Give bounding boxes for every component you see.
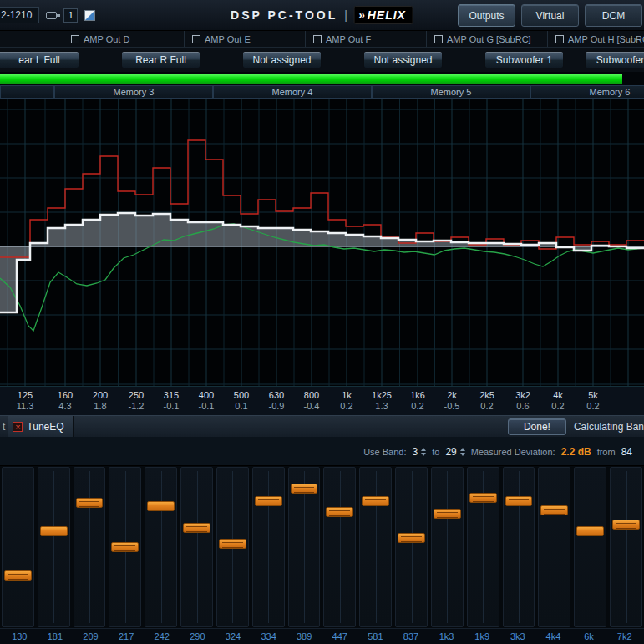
- amp-out-h-tab[interactable]: AMP Out H [SubRC]: [547, 31, 644, 47]
- top-bar: 2-1210 1 DSP PC-TOOL | »HELIX Outputs Vi…: [0, 0, 644, 31]
- channel-assign-button-subwoofer-1[interactable]: Subwoofer 1: [484, 51, 564, 68]
- amp-out-e-label: AMP Out E: [205, 34, 251, 44]
- memory-tab-6[interactable]: Memory 6: [530, 85, 644, 99]
- tune-controls: Use Band: 3 to 29 Measured Deviation: 2.…: [363, 437, 632, 466]
- amp-out-e-checkbox[interactable]: [192, 35, 200, 43]
- memory-tab-5[interactable]: Memory 5: [372, 85, 530, 99]
- gain-readout-value: 0.2: [410, 401, 425, 411]
- amp-out-e-tab[interactable]: AMP Out E: [184, 31, 305, 47]
- channel-assign-button-subwoofer-2[interactable]: Subwoofer 1: [585, 51, 644, 68]
- eq-slider-handle[interactable]: [469, 493, 497, 503]
- connection-icon[interactable]: [46, 12, 57, 19]
- eq-band-slider[interactable]: [145, 467, 177, 627]
- eq-band-slider[interactable]: [359, 467, 392, 627]
- eq-slider-handle[interactable]: [326, 507, 353, 517]
- eq-band-slider[interactable]: [431, 467, 464, 627]
- device-number-input[interactable]: 1: [63, 8, 78, 23]
- eq-slider-handle[interactable]: [540, 505, 568, 515]
- memory-tab-4[interactable]: Memory 4: [213, 85, 372, 99]
- eq-band-slider[interactable]: [574, 467, 606, 627]
- eq-slider-handle[interactable]: [219, 539, 246, 549]
- device-id[interactable]: 2-1210: [0, 7, 39, 23]
- dcm-button[interactable]: DCM: [585, 4, 642, 27]
- eq-slider-handle[interactable]: [40, 526, 68, 536]
- band-from-value[interactable]: 3: [413, 446, 418, 458]
- freq-tick: 1k251.3: [372, 390, 392, 411]
- eq-band-slider[interactable]: [216, 467, 249, 627]
- amp-out-h-checkbox[interactable]: [555, 35, 564, 43]
- eq-band-slider[interactable]: [395, 467, 428, 627]
- eq-slider-handle[interactable]: [505, 496, 533, 506]
- amp-out-d-tab[interactable]: AMP Out D: [63, 31, 184, 47]
- gain-readout-value: 1.8: [93, 401, 108, 411]
- eq-slider-handle[interactable]: [255, 496, 282, 506]
- amp-out-f-tab[interactable]: AMP Out F: [305, 31, 426, 47]
- eq-slider-handle[interactable]: [576, 526, 604, 536]
- channel-assign-button-not-assigned-1[interactable]: Not assigned: [242, 51, 322, 68]
- eq-slider-handle[interactable]: [183, 523, 210, 533]
- spinner-down-icon[interactable]: [460, 453, 465, 456]
- close-tab-icon[interactable]: ×: [13, 422, 23, 432]
- partial-tab-label[interactable]: t: [0, 421, 8, 433]
- spinner-down-icon[interactable]: [421, 453, 426, 456]
- eq-band-slider[interactable]: [74, 467, 106, 627]
- eq-slider-handle[interactable]: [612, 520, 640, 530]
- outputs-button[interactable]: Outputs: [458, 4, 515, 27]
- eq-band-slider[interactable]: [2, 467, 34, 627]
- eq-band-slider[interactable]: [538, 467, 570, 627]
- freq-tick: 4k0.2: [551, 390, 564, 411]
- band-to-spinner[interactable]: [460, 448, 465, 456]
- eq-band-slider[interactable]: [610, 467, 642, 627]
- eq-slider-handle[interactable]: [291, 484, 318, 494]
- amp-out-d-checkbox[interactable]: [71, 35, 79, 43]
- gain-readout-value: -0.1: [199, 401, 215, 411]
- level-meter-bar: [0, 74, 622, 84]
- logo-separator: |: [344, 8, 347, 22]
- top-bar-buttons: Outputs Virtual DCM: [458, 0, 642, 31]
- gain-readout-value: 0.2: [586, 401, 599, 411]
- frequency-response-graph[interactable]: [0, 99, 644, 386]
- eq-band-slider[interactable]: [288, 467, 321, 627]
- channel-assign-button-not-assigned-2[interactable]: Not assigned: [363, 51, 443, 68]
- eq-slider-handle[interactable]: [4, 570, 32, 581]
- freq-tick-label: 2k5: [479, 390, 494, 400]
- eq-band-slider[interactable]: [467, 467, 499, 627]
- equalizer-frequency-labels: 1301812092172422903243343894475818371k31…: [0, 628, 644, 644]
- eq-band-slider[interactable]: [323, 467, 356, 627]
- done-button[interactable]: Done!: [508, 418, 566, 435]
- eq-slider-handle[interactable]: [111, 542, 139, 552]
- freq-tick: 1k60.2: [410, 390, 425, 411]
- band-to-value[interactable]: 29: [445, 446, 456, 458]
- spinner-up-icon[interactable]: [460, 448, 465, 451]
- amp-out-g-checkbox[interactable]: [434, 35, 443, 43]
- use-band-label: Use Band:: [363, 447, 406, 457]
- eq-slider-handle[interactable]: [434, 509, 461, 519]
- channel-assign-button-rear-r[interactable]: Rear R Full: [121, 51, 200, 68]
- eq-band-slider[interactable]: [38, 467, 70, 627]
- freq-tick-label: 5k: [586, 390, 599, 400]
- amp-out-g-tab[interactable]: AMP Out G [SubRC]: [426, 31, 547, 47]
- virtual-button[interactable]: Virtual: [521, 4, 579, 27]
- band-from-spinner[interactable]: [421, 448, 426, 456]
- eq-slider-handle[interactable]: [398, 533, 425, 543]
- eq-slider-handle[interactable]: [147, 501, 175, 511]
- eq-band-slider[interactable]: [252, 467, 285, 627]
- freq-tick: 2001.8: [93, 390, 108, 411]
- spinner-up-icon[interactable]: [421, 448, 426, 451]
- gain-readout-value: 0.6: [515, 401, 530, 411]
- eq-band-slider[interactable]: [503, 467, 535, 627]
- gain-readout-value: -0.5: [444, 401, 460, 411]
- channel-assign-button-partial[interactable]: ear L Full: [0, 51, 79, 68]
- freq-tick-label: 1k: [340, 390, 352, 400]
- amp-out-f-checkbox[interactable]: [313, 35, 322, 43]
- eq-slider-handle[interactable]: [76, 498, 104, 508]
- memory-tab-partial[interactable]: [0, 85, 54, 99]
- eq-band-slider[interactable]: [109, 467, 141, 627]
- memory-tab-3[interactable]: Memory 3: [54, 85, 213, 99]
- channel-assignment-row: ear L Full Rear R Full Not assigned Not …: [0, 48, 644, 72]
- tab-tuneeq[interactable]: × TuneEQ: [8, 416, 73, 438]
- gain-readout-value: 11.3: [17, 401, 34, 411]
- color-theme-icon[interactable]: [84, 10, 95, 21]
- eq-band-slider[interactable]: [180, 467, 213, 627]
- eq-slider-handle[interactable]: [362, 496, 389, 506]
